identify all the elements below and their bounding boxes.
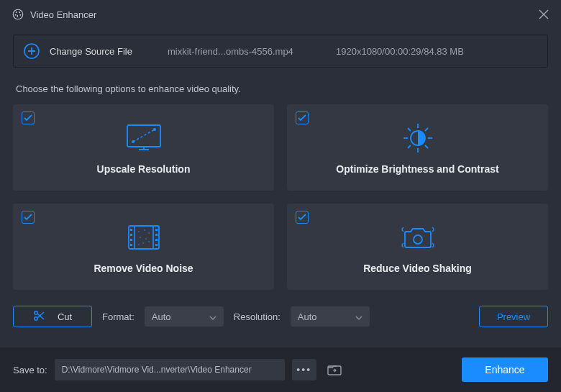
close-icon[interactable] bbox=[538, 9, 549, 23]
svg-rect-12 bbox=[130, 234, 132, 236]
svg-point-24 bbox=[142, 242, 144, 244]
filmstrip-icon bbox=[124, 219, 163, 255]
option-label: Upscale Resolution bbox=[97, 163, 191, 175]
titlebar: Video Enhancer bbox=[0, 0, 561, 29]
svg-point-3 bbox=[15, 14, 17, 16]
chevron-down-icon bbox=[355, 311, 362, 322]
svg-point-28 bbox=[35, 311, 38, 314]
camera-shake-icon bbox=[399, 219, 437, 255]
option-remove-noise[interactable]: Remove Video Noise bbox=[13, 204, 274, 290]
svg-rect-10 bbox=[129, 226, 159, 249]
svg-rect-13 bbox=[130, 239, 132, 241]
checkbox-upscale[interactable] bbox=[22, 111, 35, 124]
svg-point-29 bbox=[35, 316, 38, 320]
svg-point-27 bbox=[414, 235, 422, 244]
brightness-icon bbox=[401, 120, 435, 156]
svg-point-19 bbox=[138, 231, 140, 232]
cut-label: Cut bbox=[58, 311, 72, 322]
source-meta: 1920x1080/00:00:29/84.83 MB bbox=[336, 46, 464, 57]
open-folder-button[interactable] bbox=[324, 359, 345, 380]
option-upscale-resolution[interactable]: Upscale Resolution bbox=[13, 104, 274, 191]
svg-rect-16 bbox=[155, 234, 158, 236]
svg-point-23 bbox=[145, 238, 147, 240]
resolution-label: Resolution: bbox=[234, 311, 280, 322]
save-path-text: D:\Vidmore\Vidmore Vid...nverter\Video E… bbox=[62, 365, 252, 375]
more-button[interactable]: ••• bbox=[292, 359, 316, 380]
format-label: Format: bbox=[102, 311, 134, 322]
format-select[interactable]: Auto bbox=[145, 306, 224, 327]
source-filename: mixkit-friend...ombs-4556.mp4 bbox=[168, 46, 326, 57]
option-reduce-shaking[interactable]: Reduce Video Shaking bbox=[287, 204, 548, 290]
options-grid: Upscale Resolution Optimize Brightness a… bbox=[13, 104, 548, 290]
resolution-select[interactable]: Auto bbox=[291, 306, 370, 327]
svg-rect-15 bbox=[155, 229, 158, 231]
footer-bar: Save to: D:\Vidmore\Vidmore Vid...nverte… bbox=[0, 347, 561, 392]
checkbox-brightness[interactable] bbox=[296, 111, 309, 124]
option-label: Remove Video Noise bbox=[94, 263, 193, 274]
svg-point-25 bbox=[148, 241, 150, 242]
svg-point-2 bbox=[19, 12, 20, 13]
cut-button[interactable]: Cut bbox=[13, 306, 92, 327]
save-to-label: Save to: bbox=[13, 365, 47, 375]
option-label: Optimize Brightness and Contrast bbox=[336, 163, 498, 175]
preview-button[interactable]: Preview bbox=[479, 306, 548, 327]
svg-rect-14 bbox=[130, 244, 132, 246]
save-path-field[interactable]: D:\Vidmore\Vidmore Vid...nverter\Video E… bbox=[55, 359, 285, 380]
svg-point-0 bbox=[13, 9, 23, 19]
resolution-value: Auto bbox=[298, 311, 317, 322]
source-file-row: Change Source File mixkit-friend...ombs-… bbox=[13, 35, 548, 68]
svg-point-22 bbox=[140, 237, 141, 238]
enhance-button[interactable]: Enhance bbox=[462, 357, 548, 382]
monitor-icon bbox=[124, 120, 163, 156]
add-icon[interactable] bbox=[24, 43, 40, 59]
svg-point-4 bbox=[19, 14, 21, 16]
svg-point-1 bbox=[16, 12, 17, 13]
folder-icon bbox=[327, 364, 342, 375]
format-value: Auto bbox=[152, 311, 171, 322]
toolbar-row: Cut Format: Auto Resolution: Auto Previe… bbox=[13, 306, 548, 327]
svg-rect-17 bbox=[155, 239, 158, 241]
svg-point-7 bbox=[132, 140, 134, 143]
svg-point-8 bbox=[153, 128, 156, 131]
svg-rect-18 bbox=[155, 244, 158, 246]
svg-point-20 bbox=[144, 229, 145, 231]
svg-point-26 bbox=[138, 244, 140, 245]
change-source-button[interactable]: Change Source File bbox=[50, 46, 158, 57]
chevron-down-icon bbox=[209, 311, 216, 322]
app-title: Video Enhancer bbox=[30, 9, 96, 20]
checkbox-noise[interactable] bbox=[22, 211, 35, 224]
scissors-icon bbox=[33, 310, 45, 324]
checkbox-shaking[interactable] bbox=[296, 211, 309, 224]
instruction-text: Choose the following options to enhance … bbox=[16, 83, 545, 94]
option-label: Reduce Video Shaking bbox=[363, 263, 472, 274]
option-brightness-contrast[interactable]: Optimize Brightness and Contrast bbox=[287, 104, 548, 191]
svg-rect-11 bbox=[130, 229, 132, 231]
svg-point-21 bbox=[148, 232, 150, 234]
palette-icon bbox=[12, 8, 24, 21]
